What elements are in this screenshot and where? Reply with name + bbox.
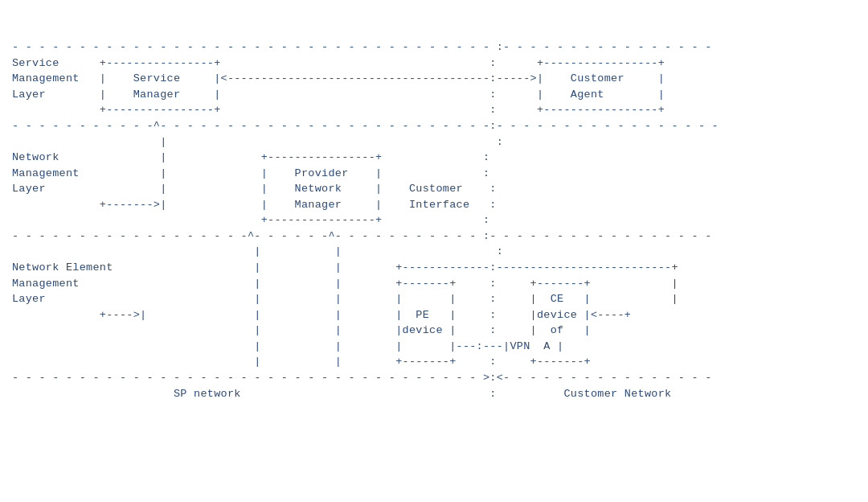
line-pe-arrow: +---->| | | | PE | : |device |<----+ [12, 309, 678, 321]
line-layer-manager: Layer | Manager | : | Agent | [12, 88, 665, 101]
line-vpn-connect: | | | |---:---|VPN A | [12, 340, 658, 352]
architecture-diagram: - - - - - - - - - - - - - - - - - - - - … [12, 8, 856, 418]
line-pe-device: | | |device | : | of | [12, 324, 685, 336]
line-top-dashes: - - - - - - - - - - - - - - - - - - - - … [12, 41, 712, 53]
line-pipe-1: | : [12, 136, 712, 148]
line-management-label: Management | | Provider | : [12, 167, 698, 179]
line-arrow-manager: +------->| | Manager | Interface : [12, 199, 705, 211]
line-service-label: Service +----------------+ : +----------… [12, 57, 665, 69]
line-dashes-2: - - - - - - - - - - -^- - - - - - - - - … [12, 120, 719, 132]
line-pipe-2: | | : [12, 245, 712, 257]
line-network-labels: SP network : Customer Network [12, 388, 719, 400]
line-layer-label: Layer | | Network | Customer : [12, 183, 705, 195]
line-management-2: Management | | +-------+ : +-------+ | [12, 278, 705, 290]
diagram-content: - - - - - - - - - - - - - - - - - - - - … [12, 39, 856, 401]
line-box-bottom: +----------------+ : +-----------------+ [12, 104, 665, 116]
line-bottom-dashes: - - - - - - - - - - - - - - - - - - - - … [12, 372, 712, 384]
line-layer-2: Layer | | | | : | CE | | [12, 293, 705, 305]
line-network-label: Network | +----------------+ : [12, 151, 698, 163]
line-network-element: Network Element | | +-------------:-----… [12, 261, 705, 274]
line-management-arrow: Management | Service |<-----------------… [12, 72, 665, 84]
line-dashes-3: - - - - - - - - - - - - - - - - - -^- - … [12, 230, 712, 242]
line-manager-box-bottom: +----------------+ : [12, 214, 698, 226]
line-box-close: | | +-------+ : +-------+ [12, 356, 685, 368]
